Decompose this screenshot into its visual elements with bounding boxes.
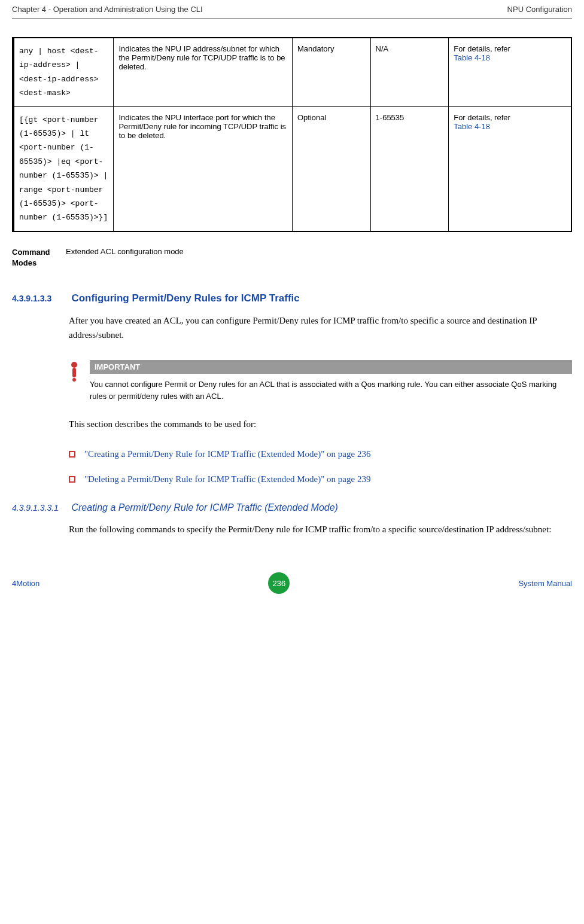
section-number: 4.3.9.1.3.3 <box>12 294 69 303</box>
important-icon <box>69 361 81 385</box>
bullet-link[interactable]: "Creating a Permit/Deny Rule for ICMP Tr… <box>84 449 370 459</box>
important-header: IMPORTANT <box>90 360 572 374</box>
details-cell: For details, refer Table 4-18 <box>449 106 571 231</box>
footer-left: 4Motion <box>12 579 39 588</box>
command-modes-label: Command Modes <box>12 247 66 269</box>
table-link[interactable]: Table 4-18 <box>454 53 490 62</box>
important-text: You cannot configure Permit or Deny rule… <box>90 379 572 402</box>
svg-rect-1 <box>72 368 76 377</box>
subsection-title: Creating a Permit/Deny Rule for ICMP Tra… <box>71 502 338 513</box>
section-header: 4.3.9.1.3.3 Configuring Permit/Deny Rule… <box>12 292 572 304</box>
section-body: This section describes the commands to b… <box>69 417 572 431</box>
bullet-link[interactable]: "Deleting a Permit/Deny Rule for ICMP Tr… <box>84 474 370 484</box>
description-cell: Indicates the NPU IP address/subnet for … <box>114 38 293 106</box>
command-modes-row: Command Modes Extended ACL configuration… <box>12 247 572 269</box>
bullet-list: "Creating a Permit/Deny Rule for ICMP Tr… <box>69 449 572 484</box>
section-title: Configuring Permit/Deny Rules for ICMP T… <box>71 292 299 304</box>
bullet-icon <box>69 476 75 483</box>
subsection-header: 4.3.9.1.3.3.1 Creating a Permit/Deny Rul… <box>12 502 572 513</box>
important-content: IMPORTANT You cannot configure Permit or… <box>90 360 572 402</box>
svg-point-2 <box>72 378 76 382</box>
details-prefix: For details, refer <box>454 44 510 53</box>
presence-cell: Optional <box>292 106 370 231</box>
details-cell: For details, refer Table 4-18 <box>449 38 571 106</box>
description-cell: Indicates the NPU interface port for whi… <box>114 106 293 231</box>
footer-right: System Manual <box>518 579 572 588</box>
header-divider <box>12 19 572 19</box>
page-header: Chapter 4 - Operation and Administration… <box>0 0 584 19</box>
header-left: Chapter 4 - Operation and Administration… <box>12 5 203 14</box>
page-footer: 4Motion 236 System Manual <box>0 554 584 603</box>
param-cell: [{gt <port-number (1-65535)> | lt <port-… <box>13 106 114 231</box>
range-cell: 1-65535 <box>370 106 449 231</box>
section-body: After you have created an ACL, you can c… <box>69 313 572 342</box>
subsection-body: Run the following commands to specify th… <box>69 522 572 536</box>
header-right: NPU Configuration <box>507 5 572 14</box>
main-content: any | host <dest-ip-address> | <dest-ip-… <box>0 37 584 536</box>
param-cell: any | host <dest-ip-address> | <dest-ip-… <box>13 38 114 106</box>
table-row: [{gt <port-number (1-65535)> | lt <port-… <box>13 106 571 231</box>
list-item: "Creating a Permit/Deny Rule for ICMP Tr… <box>69 449 572 459</box>
subsection-number: 4.3.9.1.3.3.1 <box>12 503 69 513</box>
page-number: 236 <box>268 572 290 594</box>
table-row: any | host <dest-ip-address> | <dest-ip-… <box>13 38 571 106</box>
details-prefix: For details, refer <box>454 113 510 122</box>
bullet-icon <box>69 451 75 458</box>
important-box: IMPORTANT You cannot configure Permit or… <box>69 360 572 402</box>
list-item: "Deleting a Permit/Deny Rule for ICMP Tr… <box>69 474 572 484</box>
parameter-table: any | host <dest-ip-address> | <dest-ip-… <box>12 37 572 232</box>
table-link[interactable]: Table 4-18 <box>454 122 490 131</box>
svg-point-0 <box>71 362 77 368</box>
range-cell: N/A <box>370 38 449 106</box>
presence-cell: Mandatory <box>292 38 370 106</box>
command-modes-value: Extended ACL configuration mode <box>66 247 184 269</box>
